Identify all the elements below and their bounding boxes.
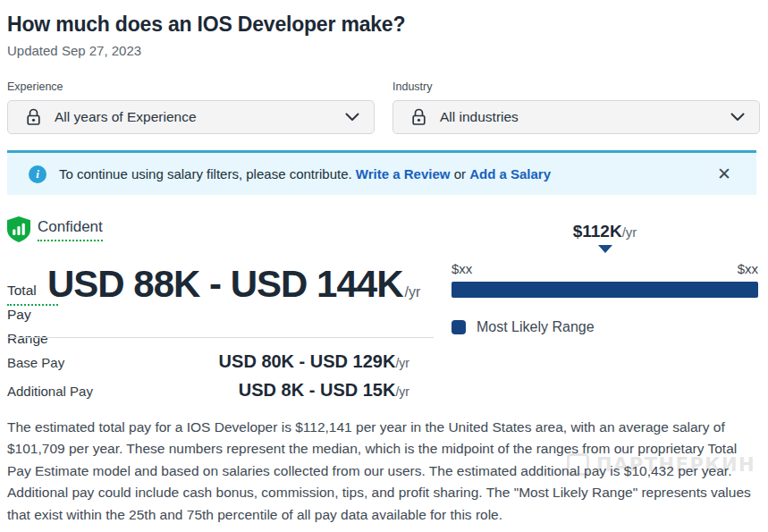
base-pay-row: Base Pay USD 80K - USD 129K/yr: [7, 351, 409, 372]
experience-filter-label: Experience: [7, 80, 375, 93]
median-suffix: /yr: [622, 224, 637, 240]
industry-filter-label: Industry: [392, 80, 760, 93]
base-pay-label: Base Pay: [7, 355, 64, 370]
chevron-down-icon: [345, 113, 359, 122]
base-pay-amount: USD 80K - USD 129K: [219, 351, 396, 371]
salary-range-chart: $112K/yr $xx $xx Most Likely Range: [452, 222, 758, 335]
total-pay-range-value: USD 88K - USD 144K/yr: [47, 263, 420, 306]
salary-page: How much does an IOS Developer make? Upd…: [0, 0, 768, 532]
base-pay-suffix: /yr: [395, 356, 409, 370]
divider: [7, 337, 434, 338]
info-icon: [29, 165, 46, 183]
axis-max-label: $xx: [738, 261, 758, 276]
median-amount: $112K: [573, 222, 622, 241]
pay-estimate-description: The estimated total pay for a IOS Develo…: [7, 417, 759, 526]
close-icon[interactable]: ✕: [717, 165, 731, 182]
updated-date: Updated Sep 27, 2023: [7, 43, 405, 58]
chart-legend: Most Likely Range: [452, 319, 758, 335]
additional-pay-amount: USD 8K - USD 15K: [239, 380, 396, 400]
additional-pay-value: USD 8K - USD 15K/yr: [239, 380, 409, 401]
lock-icon: [411, 108, 426, 126]
banner-message: To continue using salary filters, please…: [59, 166, 551, 182]
write-review-link[interactable]: Write a Review: [356, 166, 451, 182]
additional-pay-label: Additional Pay: [7, 384, 93, 399]
chart-axis: $xx $xx: [452, 261, 758, 276]
filters-row: Experience All years of Experience Indus…: [7, 80, 760, 134]
additional-pay-suffix: /yr: [395, 384, 409, 399]
page-title: How much does an IOS Developer make?: [7, 13, 405, 37]
contribute-banner: To continue using salary filters, please…: [7, 150, 756, 195]
confidence-badge: Confident: [7, 216, 103, 242]
chevron-down-icon: [730, 113, 745, 122]
industry-filter: Industry All industries: [392, 80, 760, 134]
experience-select[interactable]: All years of Experience: [7, 100, 375, 134]
experience-filter: Experience All years of Experience: [7, 80, 375, 134]
median-pay: $112K/yr: [452, 222, 758, 241]
confidence-label[interactable]: Confident: [38, 218, 103, 241]
experience-select-value: All years of Experience: [55, 109, 345, 125]
median-pointer-icon: [598, 245, 612, 253]
page-header: How much does an IOS Developer make? Upd…: [7, 13, 405, 58]
total-pay-amount: USD 88K - USD 144K: [47, 263, 402, 305]
total-pay-suffix: /yr: [404, 284, 420, 300]
additional-pay-row: Additional Pay USD 8K - USD 15K/yr: [7, 380, 409, 401]
add-salary-link[interactable]: Add a Salary: [469, 166, 551, 182]
most-likely-range-bar: [452, 282, 758, 298]
legend-label: Most Likely Range: [477, 319, 595, 335]
industry-select-value: All industries: [440, 109, 730, 125]
banner-message-text: To continue using salary filters, please…: [59, 166, 352, 182]
axis-min-label: $xx: [452, 261, 472, 276]
lock-icon: [26, 108, 41, 126]
industry-select[interactable]: All industries: [392, 100, 760, 134]
base-pay-value: USD 80K - USD 129K/yr: [219, 351, 409, 372]
legend-swatch: [452, 320, 466, 334]
shield-chart-icon: [7, 216, 30, 242]
banner-conjunction: or: [454, 166, 466, 182]
